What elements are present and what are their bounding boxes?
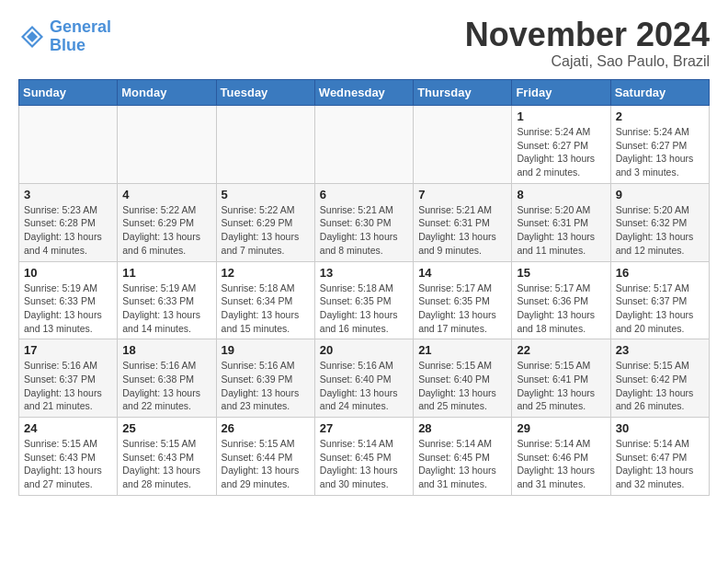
day-info: Sunrise: 5:19 AM Sunset: 6:33 PM Dayligh… — [24, 282, 112, 336]
day-info: Sunrise: 5:15 AM Sunset: 6:40 PM Dayligh… — [418, 359, 506, 413]
day-number: 29 — [517, 421, 605, 435]
calendar-cell — [414, 106, 512, 184]
calendar-cell — [216, 106, 314, 184]
day-number: 20 — [320, 343, 408, 357]
day-number: 9 — [616, 188, 704, 201]
calendar-cell: 8Sunrise: 5:20 AM Sunset: 6:31 PM Daylig… — [512, 183, 610, 261]
day-number: 14 — [418, 266, 506, 280]
day-info: Sunrise: 5:18 AM Sunset: 6:35 PM Dayligh… — [320, 282, 408, 336]
calendar-cell: 5Sunrise: 5:22 AM Sunset: 6:29 PM Daylig… — [216, 183, 314, 261]
day-info: Sunrise: 5:17 AM Sunset: 6:35 PM Dayligh… — [418, 282, 506, 336]
calendar-cell: 6Sunrise: 5:21 AM Sunset: 6:30 PM Daylig… — [314, 183, 413, 261]
day-info: Sunrise: 5:22 AM Sunset: 6:29 PM Dayligh… — [222, 203, 310, 258]
calendar-cell — [314, 106, 413, 184]
calendar-cell: 7Sunrise: 5:21 AM Sunset: 6:31 PM Daylig… — [414, 183, 512, 261]
calendar-cell: 30Sunrise: 5:14 AM Sunset: 6:47 PM Dayli… — [610, 418, 709, 496]
calendar-cell: 3Sunrise: 5:23 AM Sunset: 6:28 PM Daylig… — [19, 183, 118, 261]
calendar-cell: 4Sunrise: 5:22 AM Sunset: 6:29 PM Daylig… — [118, 183, 216, 261]
calendar-cell: 14Sunrise: 5:17 AM Sunset: 6:35 PM Dayli… — [414, 261, 512, 339]
logo-icon — [18, 23, 46, 51]
day-info: Sunrise: 5:15 AM Sunset: 6:42 PM Dayligh… — [616, 359, 704, 413]
day-info: Sunrise: 5:16 AM Sunset: 6:40 PM Dayligh… — [320, 359, 408, 413]
calendar-cell: 18Sunrise: 5:16 AM Sunset: 6:38 PM Dayli… — [118, 339, 216, 418]
logo: General Blue — [18, 18, 111, 55]
day-info: Sunrise: 5:14 AM Sunset: 6:47 PM Dayligh… — [616, 437, 704, 491]
calendar-cell: 2Sunrise: 5:24 AM Sunset: 6:27 PM Daylig… — [610, 106, 709, 184]
day-info: Sunrise: 5:20 AM Sunset: 6:31 PM Dayligh… — [517, 203, 605, 258]
calendar-table: Sunday Monday Tuesday Wednesday Thursday… — [18, 79, 710, 496]
week-row-2: 3Sunrise: 5:23 AM Sunset: 6:28 PM Daylig… — [19, 183, 710, 261]
title-block: November 2024 Cajati, Sao Paulo, Brazil — [465, 18, 710, 70]
day-number: 23 — [616, 343, 704, 357]
day-number: 4 — [122, 188, 210, 201]
day-number: 10 — [24, 266, 112, 280]
calendar-cell: 13Sunrise: 5:18 AM Sunset: 6:35 PM Dayli… — [314, 261, 413, 339]
day-info: Sunrise: 5:15 AM Sunset: 6:41 PM Dayligh… — [517, 359, 605, 413]
day-number: 22 — [517, 343, 605, 357]
calendar-cell: 22Sunrise: 5:15 AM Sunset: 6:41 PM Dayli… — [512, 339, 610, 418]
day-number: 1 — [517, 109, 605, 123]
calendar-cell: 29Sunrise: 5:14 AM Sunset: 6:46 PM Dayli… — [512, 418, 610, 496]
week-row-5: 24Sunrise: 5:15 AM Sunset: 6:43 PM Dayli… — [19, 418, 710, 496]
logo-line1: General — [50, 17, 111, 36]
week-row-4: 17Sunrise: 5:16 AM Sunset: 6:37 PM Dayli… — [19, 339, 710, 418]
day-info: Sunrise: 5:14 AM Sunset: 6:45 PM Dayligh… — [320, 437, 408, 491]
calendar-cell: 25Sunrise: 5:15 AM Sunset: 6:43 PM Dayli… — [118, 418, 216, 496]
day-info: Sunrise: 5:19 AM Sunset: 6:33 PM Dayligh… — [122, 282, 210, 336]
day-info: Sunrise: 5:15 AM Sunset: 6:44 PM Dayligh… — [222, 437, 310, 491]
col-friday: Friday — [512, 80, 610, 106]
location: Cajati, Sao Paulo, Brazil — [465, 53, 710, 70]
day-number: 18 — [122, 343, 210, 357]
calendar-cell: 15Sunrise: 5:17 AM Sunset: 6:36 PM Dayli… — [512, 261, 610, 339]
day-info: Sunrise: 5:21 AM Sunset: 6:30 PM Dayligh… — [320, 203, 408, 258]
day-info: Sunrise: 5:16 AM Sunset: 6:37 PM Dayligh… — [24, 359, 112, 413]
day-number: 16 — [616, 266, 704, 280]
day-number: 27 — [320, 421, 408, 435]
day-number: 28 — [418, 421, 506, 435]
day-info: Sunrise: 5:16 AM Sunset: 6:39 PM Dayligh… — [222, 359, 310, 413]
day-info: Sunrise: 5:15 AM Sunset: 6:43 PM Dayligh… — [122, 437, 210, 491]
calendar-cell: 21Sunrise: 5:15 AM Sunset: 6:40 PM Dayli… — [414, 339, 512, 418]
calendar-cell: 17Sunrise: 5:16 AM Sunset: 6:37 PM Dayli… — [19, 339, 118, 418]
day-number: 13 — [320, 266, 408, 280]
day-number: 17 — [24, 343, 112, 357]
day-number: 12 — [222, 266, 310, 280]
day-number: 21 — [418, 343, 506, 357]
day-info: Sunrise: 5:14 AM Sunset: 6:46 PM Dayligh… — [517, 437, 605, 491]
day-number: 24 — [24, 421, 112, 435]
calendar-cell: 24Sunrise: 5:15 AM Sunset: 6:43 PM Dayli… — [19, 418, 118, 496]
calendar-cell: 23Sunrise: 5:15 AM Sunset: 6:42 PM Dayli… — [610, 339, 709, 418]
calendar-cell: 11Sunrise: 5:19 AM Sunset: 6:33 PM Dayli… — [118, 261, 216, 339]
calendar-cell: 10Sunrise: 5:19 AM Sunset: 6:33 PM Dayli… — [19, 261, 118, 339]
day-number: 7 — [418, 188, 506, 201]
calendar-cell: 19Sunrise: 5:16 AM Sunset: 6:39 PM Dayli… — [216, 339, 314, 418]
day-number: 15 — [517, 266, 605, 280]
day-number: 5 — [222, 188, 310, 201]
week-row-1: 1Sunrise: 5:24 AM Sunset: 6:27 PM Daylig… — [19, 106, 710, 184]
day-number: 11 — [122, 266, 210, 280]
day-info: Sunrise: 5:24 AM Sunset: 6:27 PM Dayligh… — [616, 125, 704, 179]
day-info: Sunrise: 5:20 AM Sunset: 6:32 PM Dayligh… — [616, 203, 704, 258]
col-sunday: Sunday — [19, 80, 118, 106]
day-info: Sunrise: 5:15 AM Sunset: 6:43 PM Dayligh… — [24, 437, 112, 491]
calendar-cell: 20Sunrise: 5:16 AM Sunset: 6:40 PM Dayli… — [314, 339, 413, 418]
calendar-cell: 26Sunrise: 5:15 AM Sunset: 6:44 PM Dayli… — [216, 418, 314, 496]
day-number: 6 — [320, 188, 408, 201]
day-info: Sunrise: 5:23 AM Sunset: 6:28 PM Dayligh… — [24, 203, 112, 258]
day-info: Sunrise: 5:17 AM Sunset: 6:37 PM Dayligh… — [616, 282, 704, 336]
day-info: Sunrise: 5:22 AM Sunset: 6:29 PM Dayligh… — [122, 203, 210, 258]
calendar-header-row: Sunday Monday Tuesday Wednesday Thursday… — [19, 80, 710, 106]
page-header: General Blue November 2024 Cajati, Sao P… — [18, 18, 710, 70]
calendar-cell: 28Sunrise: 5:14 AM Sunset: 6:45 PM Dayli… — [414, 418, 512, 496]
week-row-3: 10Sunrise: 5:19 AM Sunset: 6:33 PM Dayli… — [19, 261, 710, 339]
calendar-cell: 16Sunrise: 5:17 AM Sunset: 6:37 PM Dayli… — [610, 261, 709, 339]
col-thursday: Thursday — [414, 80, 512, 106]
day-info: Sunrise: 5:16 AM Sunset: 6:38 PM Dayligh… — [122, 359, 210, 413]
day-number: 2 — [616, 109, 704, 123]
day-number: 25 — [122, 421, 210, 435]
month-title: November 2024 — [465, 18, 710, 52]
calendar-cell: 9Sunrise: 5:20 AM Sunset: 6:32 PM Daylig… — [610, 183, 709, 261]
day-info: Sunrise: 5:14 AM Sunset: 6:45 PM Dayligh… — [418, 437, 506, 491]
col-wednesday: Wednesday — [314, 80, 413, 106]
day-number: 30 — [616, 421, 704, 435]
